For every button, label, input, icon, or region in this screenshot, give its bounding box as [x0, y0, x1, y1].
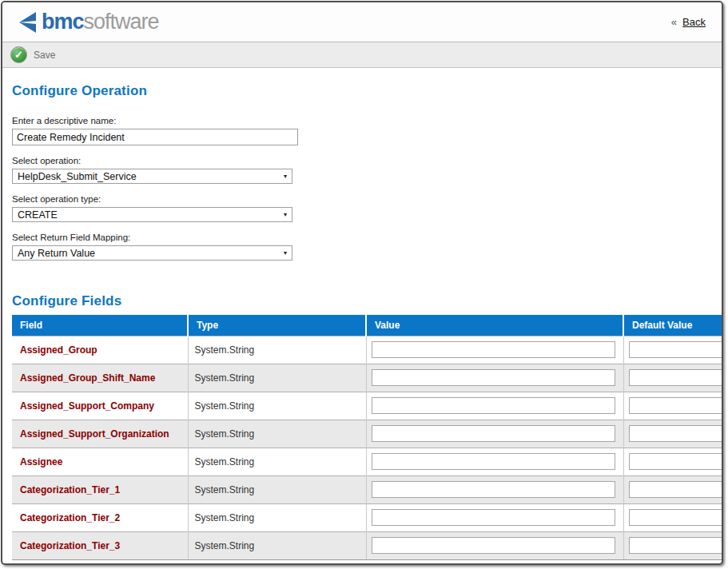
configure-fields-title: Configure Fields — [12, 293, 722, 309]
save-check-icon: ✓ — [10, 46, 27, 63]
descriptive-name-label: Enter a descriptive name: — [12, 116, 722, 125]
default-value-input[interactable] — [629, 453, 724, 470]
app-header: bmcsoftware «Back — [2, 2, 722, 42]
table-row: Categorization_Tier_2System.String — [12, 503, 723, 531]
return-field-mapping-select-value: Any Return Value — [18, 248, 95, 259]
table-row: Assigned_Support_CompanySystem.String — [12, 392, 723, 420]
field-type-cell: System.String — [188, 364, 366, 392]
value-cell — [366, 392, 623, 420]
descriptive-name-input[interactable] — [12, 129, 298, 145]
back-chevrons-icon: « — [671, 16, 677, 28]
return-field-mapping-group: Select Return Field Mapping: Any Return … — [12, 233, 722, 261]
main-content: Configure Operation Enter a descriptive … — [2, 83, 722, 560]
save-button-label: Save — [34, 50, 55, 61]
value-cell — [366, 503, 623, 531]
column-header-type: Type — [188, 315, 366, 336]
table-row: Assigned_GroupSystem.String — [12, 336, 723, 364]
value-input[interactable] — [372, 481, 615, 498]
field-type-cell: System.String — [188, 336, 366, 364]
value-cell — [366, 475, 623, 503]
value-input[interactable] — [372, 509, 615, 526]
configure-operation-title: Configure Operation — [12, 83, 722, 99]
field-type-cell: System.String — [188, 392, 366, 420]
value-input[interactable] — [372, 537, 615, 554]
operation-select-value: HelpDesk_Submit_Service — [18, 171, 137, 182]
field-name-cell: Categorization_Tier_2 — [12, 503, 188, 531]
value-cell — [366, 364, 623, 392]
logo-text-software: software — [84, 10, 159, 34]
field-name-cell: Assignee — [12, 448, 188, 475]
default-value-cell — [623, 364, 723, 392]
default-value-input[interactable] — [629, 369, 724, 386]
return-field-mapping-select[interactable]: Any Return Value ▾ — [12, 245, 292, 261]
back-link[interactable]: Back — [682, 16, 706, 28]
field-type-cell: System.String — [188, 420, 366, 448]
field-type-cell: System.String — [188, 448, 366, 475]
operation-type-group: Select operation type: CREATE ▾ — [12, 194, 722, 222]
descriptive-name-group: Enter a descriptive name: — [12, 116, 722, 145]
default-value-input[interactable] — [629, 397, 724, 414]
table-row: AssigneeSystem.String — [12, 448, 723, 475]
column-header-value: Value — [366, 315, 623, 336]
field-name-cell: Assigned_Group — [12, 336, 188, 364]
column-header-default-value: Default Value — [623, 315, 723, 336]
table-row: Assigned_Support_OrganizationSystem.Stri… — [12, 420, 723, 448]
dropdown-arrow-icon: ▾ — [284, 211, 287, 218]
table-header-row: Field Type Value Default Value — [12, 315, 723, 336]
default-value-cell — [623, 503, 723, 531]
value-input[interactable] — [372, 425, 615, 442]
field-type-cell: System.String — [188, 475, 366, 503]
default-value-cell — [623, 475, 723, 503]
operation-type-label: Select operation type: — [12, 194, 722, 204]
value-cell — [366, 531, 623, 559]
default-value-input[interactable] — [629, 537, 724, 554]
value-cell — [366, 448, 623, 475]
app-window: bmcsoftware «Back ✓ Save Configure Opera… — [1, 1, 723, 565]
toolbar: ✓ Save — [2, 42, 722, 68]
default-value-input[interactable] — [629, 425, 724, 442]
field-name-cell: Categorization_Tier_1 — [12, 475, 188, 503]
fields-table: Field Type Value Default Value Assigned_… — [12, 315, 723, 560]
table-row: Assigned_Group_Shift_NameSystem.String — [12, 364, 723, 392]
table-row: Categorization_Tier_1System.String — [12, 475, 723, 503]
operation-type-select-value: CREATE — [18, 209, 58, 221]
value-input[interactable] — [372, 453, 615, 470]
field-name-cell: Assigned_Support_Organization — [12, 420, 188, 448]
value-input[interactable] — [372, 397, 615, 414]
column-header-field: Field — [12, 315, 188, 336]
default-value-cell — [623, 392, 723, 420]
dropdown-arrow-icon: ▾ — [284, 173, 287, 180]
dropdown-arrow-icon: ▾ — [284, 249, 287, 257]
operation-select[interactable]: HelpDesk_Submit_Service ▾ — [12, 169, 292, 184]
select-operation-label: Select operation: — [12, 156, 722, 165]
logo-text-bmc: bmc — [42, 10, 84, 34]
field-name-cell: Assigned_Group_Shift_Name — [12, 364, 188, 392]
default-value-input[interactable] — [629, 341, 724, 358]
value-input[interactable] — [372, 369, 615, 386]
default-value-input[interactable] — [629, 509, 724, 526]
value-cell — [366, 336, 623, 364]
return-field-mapping-label: Select Return Field Mapping: — [12, 233, 722, 242]
field-name-cell: Assigned_Support_Company — [12, 392, 188, 420]
select-operation-group: Select operation: HelpDesk_Submit_Servic… — [12, 156, 722, 184]
bmc-logo: bmcsoftware — [16, 10, 159, 34]
value-cell — [366, 420, 623, 448]
field-type-cell: System.String — [188, 503, 366, 531]
default-value-cell — [623, 531, 723, 559]
bmc-chevron-icon — [16, 10, 42, 34]
operation-type-select[interactable]: CREATE ▾ — [12, 207, 292, 222]
default-value-cell — [623, 336, 723, 364]
default-value-input[interactable] — [629, 481, 724, 498]
back-nav: «Back — [671, 16, 706, 28]
field-name-cell: Categorization_Tier_3 — [12, 531, 188, 559]
save-button[interactable]: ✓ Save — [10, 46, 55, 63]
field-type-cell: System.String — [188, 531, 366, 559]
default-value-cell — [623, 420, 723, 448]
default-value-cell — [623, 448, 723, 475]
value-input[interactable] — [372, 341, 615, 358]
table-row: Categorization_Tier_3System.String — [12, 531, 723, 559]
